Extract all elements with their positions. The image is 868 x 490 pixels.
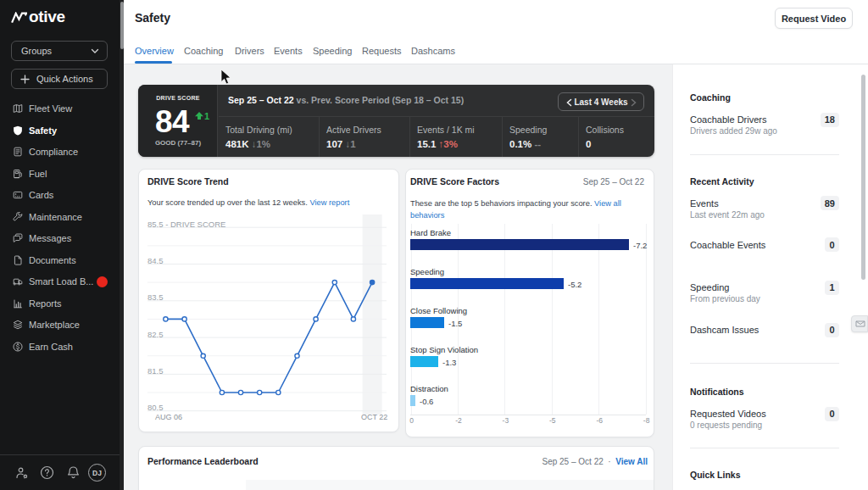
svg-text:82.5: 82.5 [147, 330, 164, 339]
svg-text:81.5: 81.5 [147, 366, 164, 376]
svg-text:83.5: 83.5 [147, 292, 164, 302]
svg-text:85.5 - DRIVE SCORE: 85.5 - DRIVE SCORE [147, 220, 225, 229]
svg-text:84.5: 84.5 [147, 256, 164, 265]
svg-text:OCT 22: OCT 22 [361, 413, 387, 421]
svg-text:AUG 06: AUG 06 [155, 413, 182, 421]
svg-text:80.5: 80.5 [147, 403, 164, 412]
